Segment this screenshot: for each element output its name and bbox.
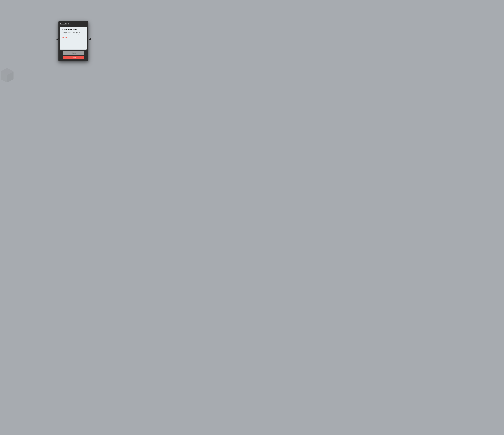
pin-input-6[interactable] — [82, 43, 85, 47]
pin-box-wrapper-1 — [62, 43, 65, 48]
pin-input-2[interactable] — [66, 43, 69, 47]
pin-box-wrapper-5 — [78, 43, 81, 48]
pin-input-4[interactable] — [74, 43, 77, 47]
description-line-2: that will ensure your admin rights: — [62, 33, 81, 35]
modal-card: To obtain editor rights Please enter the… — [60, 27, 87, 49]
board-name-label: Board Name * — [62, 37, 85, 38]
modal-title: Setup a Pin Code — [60, 23, 87, 25]
pin-box-wrapper-2 — [66, 43, 69, 48]
card-heading: To obtain editor rights — [62, 28, 85, 30]
pin-input-3[interactable] — [70, 43, 73, 47]
board-name-field[interactable]: Board Name * — [62, 37, 85, 39]
pin-box-wrapper-3 — [70, 43, 73, 48]
pin-input-5[interactable] — [78, 43, 81, 47]
description-line-1: Please enter the 6 digit code pin — [62, 31, 81, 33]
validate-button[interactable]: Validate — [63, 51, 84, 55]
pin-inputs-container — [62, 43, 85, 48]
cancel-button[interactable]: Cancel — [63, 56, 84, 59]
pin-input-1[interactable] — [62, 43, 65, 47]
pin-box-wrapper-6 — [82, 43, 85, 48]
modal-actions: Validate Cancel — [60, 51, 87, 59]
pin-box-wrapper-4 — [74, 43, 77, 48]
card-description: Please enter the 6 digit code pin that w… — [62, 31, 85, 35]
pin-setup-modal: Setup a Pin Code To obtain editor rights… — [58, 21, 88, 61]
modal-overlay: Setup a Pin Code To obtain editor rights… — [0, 0, 147, 82]
